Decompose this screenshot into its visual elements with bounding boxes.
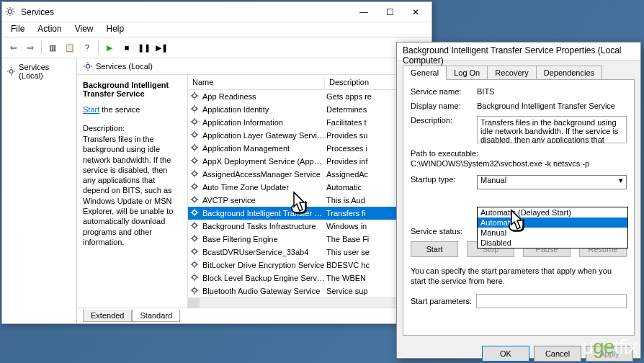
view-tabs: Extended Standard	[77, 308, 431, 323]
tab-extended[interactable]: Extended	[83, 310, 132, 322]
help-button[interactable]: ?	[79, 40, 95, 55]
gear-icon	[189, 220, 201, 232]
export-button[interactable]: 📋	[62, 40, 78, 55]
service-name: AssignedAccessManager Service	[202, 170, 325, 179]
service-name: BcastDVRUserService_33ab4	[202, 248, 325, 256]
start-params-input[interactable]	[476, 294, 627, 308]
menu-help[interactable]: Help	[101, 22, 130, 37]
service-name: Application Layer Gateway Service	[202, 131, 325, 140]
service-name: Background Tasks Infrastructure	[202, 222, 325, 230]
startup-type-select[interactable]: Manual ▾	[477, 175, 627, 189]
list-item[interactable]: Application ManagementProcesses i	[188, 142, 431, 155]
gear-icon	[189, 169, 201, 180]
gear-icon	[189, 207, 201, 219]
titlebar[interactable]: Services — ☐ ✕	[2, 2, 431, 22]
start-button[interactable]: Start	[411, 241, 458, 257]
svg-point-18	[192, 288, 196, 292]
stop-icon[interactable]: ■	[119, 40, 135, 55]
label-service-name: Service name:	[411, 87, 477, 96]
service-name: Application Management	[202, 144, 325, 153]
window-title: Services	[21, 7, 351, 17]
menubar: File Action View Help	[2, 22, 431, 37]
value-service-name: BITS	[477, 87, 627, 96]
list-item[interactable]: Application Layer Gateway ServiceProvide…	[188, 129, 431, 142]
gear-icon	[189, 156, 201, 167]
description-label: Description:	[83, 124, 182, 133]
gear-icon	[189, 272, 201, 284]
tab-standard[interactable]: Standard	[132, 310, 180, 322]
maximize-button[interactable]: ☐	[377, 4, 403, 21]
service-name: AppX Deployment Service (AppXSVC)	[202, 157, 325, 166]
gear-icon	[189, 285, 201, 297]
list-item[interactable]: Auto Time Zone UpdaterAutomatic	[188, 181, 431, 194]
svg-point-9	[192, 171, 196, 175]
forward-button[interactable]: ⇨	[22, 40, 38, 55]
col-name[interactable]: Name	[188, 75, 325, 89]
service-name: BitLocker Drive Encryption Service	[202, 261, 325, 269]
tree-root-label: Services (Local)	[19, 63, 72, 80]
menu-file[interactable]: File	[5, 22, 30, 37]
gear-icon	[189, 259, 201, 271]
ok-button[interactable]: OK	[482, 346, 529, 362]
list-item[interactable]: BitLocker Drive Encryption ServiceBDESVC…	[188, 259, 431, 272]
menu-view[interactable]: View	[69, 22, 99, 37]
tab-recovery[interactable]: Recovery	[487, 66, 536, 80]
list-item[interactable]: Background Intelligent Transfer ServiceT…	[188, 207, 431, 220]
svg-point-12	[192, 210, 196, 214]
list-item[interactable]: Block Level Backup Engine ServiceThe WBE…	[188, 272, 431, 284]
svg-point-15	[192, 249, 196, 253]
services-window: Services — ☐ ✕ File Action View Help ⇦ ⇨…	[1, 1, 432, 324]
svg-point-5	[192, 120, 196, 123]
dropdown-option[interactable]: Automatic	[478, 218, 627, 228]
svg-point-14	[192, 236, 196, 240]
service-name: Base Filtering Engine	[202, 235, 325, 243]
play-icon[interactable]: ▶	[102, 40, 117, 55]
gear-icon	[189, 143, 201, 154]
label-service-status: Service status:	[411, 227, 477, 236]
tree-root[interactable]: Services (Local)	[5, 61, 73, 81]
pause-icon[interactable]: ❚❚	[136, 40, 152, 55]
menu-action[interactable]: Action	[32, 22, 67, 37]
value-description[interactable]: Transfers files in the background using …	[477, 116, 627, 143]
list-item[interactable]: Application IdentityDetermines	[188, 103, 431, 116]
dialog-title[interactable]: Background Intelligent Transfer Service …	[397, 42, 640, 61]
tab-logon[interactable]: Log On	[446, 66, 488, 80]
close-button[interactable]: ✕	[403, 4, 429, 21]
list-item[interactable]: AVCTP serviceThis is Aud	[188, 194, 431, 207]
restart-icon[interactable]: ▶❚	[153, 40, 169, 55]
horizontal-scrollbar[interactable]	[188, 297, 431, 308]
service-name: AVCTP service	[202, 196, 325, 205]
svg-point-16	[192, 262, 196, 266]
list-item[interactable]: AssignedAccessManager ServiceAssignedAc	[188, 168, 431, 181]
list-item[interactable]: App ReadinessGets apps re	[188, 90, 431, 103]
list-item[interactable]: Bluetooth Audio Gateway ServiceService s…	[188, 284, 431, 297]
list-item[interactable]: BcastDVRUserService_33ab4This user se	[188, 246, 431, 259]
pane-header: Services (Local)	[77, 58, 431, 75]
label-start-params: Start parameters:	[411, 297, 472, 305]
list-item[interactable]: Base Filtering EngineThe Base Fi	[188, 233, 431, 246]
back-button[interactable]: ⇦	[5, 40, 21, 55]
svg-point-7	[192, 145, 196, 149]
tab-dependencies[interactable]: Dependencies	[536, 66, 602, 80]
list-item[interactable]: Background Tasks InfrastructureWindows i…	[188, 220, 431, 233]
show-hide-button[interactable]: ▥	[45, 40, 61, 55]
list-item[interactable]: Application InformationFacilitates t	[188, 116, 431, 129]
label-display-name: Display name:	[411, 102, 477, 110]
label-startup-type: Startup type:	[411, 175, 477, 184]
properties-dialog: Background Intelligent Transfer Service …	[396, 42, 641, 359]
dropdown-option[interactable]: Automatic (Delayed Start)	[478, 207, 627, 218]
list-item[interactable]: AppX Deployment Service (AppXSVC)Provide…	[188, 155, 431, 168]
selected-service-name: Background Intelligent Transfer Service	[83, 81, 182, 98]
svg-point-17	[192, 275, 196, 279]
toolbar: ⇦ ⇨ ▥ 📋 ? ▶ ■ ❚❚ ▶❚	[2, 37, 431, 58]
svg-point-3	[192, 94, 196, 97]
start-service-link[interactable]: Start	[83, 105, 99, 114]
label-description: Description:	[411, 116, 477, 125]
dropdown-option[interactable]: Manual	[478, 228, 627, 238]
svg-point-4	[192, 107, 196, 110]
tab-general[interactable]: General	[403, 66, 447, 80]
minimize-button[interactable]: —	[351, 4, 377, 21]
dropdown-option[interactable]: Disabled	[478, 238, 627, 248]
cancel-button[interactable]: Cancel	[534, 346, 581, 362]
value-display-name: Background Intelligent Transfer Service	[477, 102, 627, 110]
